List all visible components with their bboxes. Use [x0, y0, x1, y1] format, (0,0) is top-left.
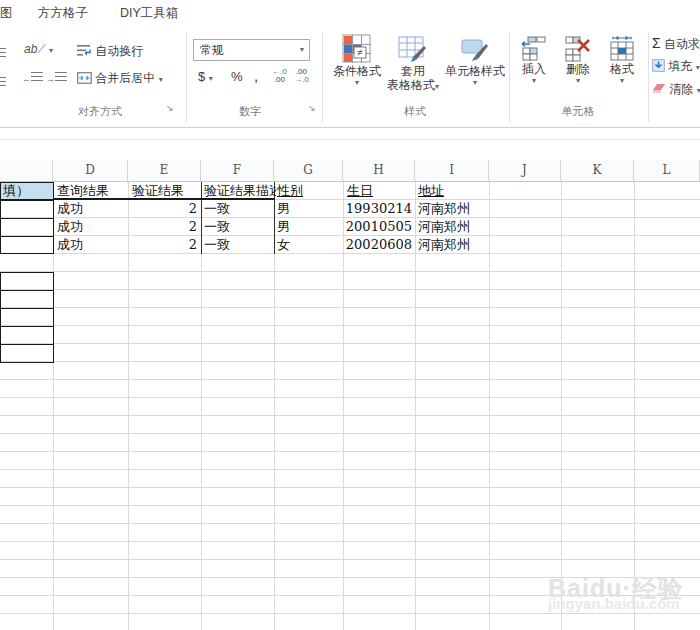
cell-G4[interactable]: 女: [274, 236, 343, 254]
comma-format-button[interactable]: ,: [254, 67, 258, 84]
cell-D2[interactable]: 成功: [53, 200, 128, 218]
decrease-indent-button[interactable]: ←: [22, 71, 43, 85]
fill-label: 填充: [668, 59, 692, 73]
group-separator: [648, 32, 649, 122]
increase-decimal-button[interactable]: ←.0 .00: [272, 68, 287, 84]
cell-G3[interactable]: 男: [274, 218, 343, 236]
cells-group-label: 单元格: [518, 104, 638, 118]
column-header-H[interactable]: H: [343, 160, 415, 181]
increase-indent-button[interactable]: →: [46, 71, 67, 85]
tab-fangfanggezi[interactable]: 方方格子: [38, 0, 88, 26]
cell-H1[interactable]: 生日: [343, 182, 419, 200]
decrease-decimal-button[interactable]: .00 →.0: [294, 68, 309, 84]
delete-cells-button[interactable]: 删除 ▾: [556, 32, 600, 102]
conditional-formatting-button[interactable]: ≠ 条件格式 ▾: [328, 32, 386, 102]
cell-I3[interactable]: 河南郑州: [415, 218, 489, 236]
cell-I1[interactable]: 地址: [415, 182, 492, 200]
cell-F4[interactable]: 一致: [202, 236, 275, 254]
clear-button[interactable]: 清除 ▾: [652, 81, 700, 98]
cell-styles-button[interactable]: 单元格样式 ▾: [444, 32, 506, 102]
cell-F3[interactable]: 一致: [202, 218, 275, 236]
fill-icon: [652, 59, 665, 72]
cell-H4[interactable]: 20020608: [343, 236, 412, 254]
cell-G2[interactable]: 男: [274, 200, 343, 218]
format-cells-icon: [609, 36, 635, 62]
cell-styles-icon: [460, 34, 490, 64]
chevron-down-icon: ▾: [600, 76, 644, 85]
cell-D4[interactable]: 成功: [53, 236, 128, 254]
cell-border: [0, 218, 53, 219]
clear-label: 清除: [669, 82, 693, 96]
sheet-grid[interactable]: 填） 查询结果 验证结果 验证结果描述 性别 生日 地址 成功 2 一致 男 1…: [0, 182, 700, 630]
cell-C1-highlighted[interactable]: 填）: [0, 182, 54, 200]
tab-view-clipped[interactable]: 图: [0, 0, 13, 26]
alignment-dialog-launcher-icon[interactable]: ↘: [166, 103, 174, 113]
delete-label: 删除: [556, 62, 600, 76]
number-dialog-launcher-icon[interactable]: ↘: [308, 103, 316, 113]
currency-format-button[interactable]: $ ▾: [198, 69, 213, 84]
delete-cells-icon: [565, 36, 591, 62]
tab-diy-toolbox[interactable]: DIY工具箱: [120, 0, 178, 26]
cell-E2[interactable]: 2: [128, 200, 197, 218]
merge-center-button[interactable]: 合并后居中 ▾: [77, 70, 163, 87]
cell-border: [0, 236, 53, 237]
cell-D3[interactable]: 成功: [53, 218, 128, 236]
gridline: [561, 182, 562, 630]
conditional-formatting-label: 条件格式: [328, 64, 386, 78]
ribbon: ab⟋ ▾ ← → 自动换行 合并后居中: [0, 27, 700, 128]
chevron-down-icon: ▾: [556, 76, 600, 85]
chevron-down-icon: ▾: [444, 78, 506, 87]
column-header-D[interactable]: D: [53, 160, 128, 181]
cell-F2[interactable]: 一致: [202, 200, 275, 218]
column-header-E[interactable]: E: [128, 160, 201, 181]
wrap-text-icon: [77, 44, 92, 57]
cell-G1[interactable]: 性别: [274, 182, 346, 200]
cell-E1[interactable]: 验证结果: [128, 182, 205, 200]
chevron-down-icon: ▾: [512, 76, 556, 85]
cell-D1[interactable]: 查询结果: [53, 182, 132, 200]
format-cells-button[interactable]: 格式 ▾: [600, 32, 644, 102]
align-left-icon[interactable]: [0, 44, 6, 62]
insert-label: 插入: [512, 62, 556, 76]
orientation-icon: ab: [24, 42, 37, 56]
percent-format-button[interactable]: %: [231, 69, 243, 84]
indent-left-icon: ←: [22, 74, 31, 84]
orientation-button[interactable]: ab⟋ ▾: [24, 42, 53, 56]
column-header-G[interactable]: G: [274, 160, 343, 181]
cell-E4[interactable]: 2: [128, 236, 197, 254]
column-header-L[interactable]: L: [634, 160, 700, 181]
column-header-I[interactable]: I: [415, 160, 489, 181]
merge-center-label: 合并后居中: [95, 71, 155, 85]
currency-icon: $: [198, 69, 205, 84]
format-as-table-button[interactable]: 套用 表格格式▾: [384, 32, 442, 102]
insert-cells-button[interactable]: 插入 ▾: [512, 32, 556, 102]
cell-I2[interactable]: 河南郑州: [415, 200, 489, 218]
chevron-down-icon: ▾: [435, 82, 439, 91]
column-header-J[interactable]: J: [489, 160, 561, 181]
cell-border: [0, 290, 53, 291]
insert-cells-icon: [521, 36, 547, 62]
gridline: [489, 182, 490, 630]
column-header-K[interactable]: K: [561, 160, 634, 181]
cell-H2[interactable]: 19930214: [343, 200, 412, 218]
cell-border: [0, 326, 53, 327]
chevron-down-icon: ▾: [209, 74, 213, 83]
column-header-F[interactable]: F: [201, 160, 274, 181]
cell-E3[interactable]: 2: [128, 218, 197, 236]
number-group-label: 数字: [190, 104, 310, 118]
chevron-down-icon: ▾: [159, 75, 163, 84]
align-bottom-icon[interactable]: [0, 73, 6, 91]
column-header-c-partial[interactable]: [0, 160, 53, 181]
chevron-down-icon: ▾: [49, 46, 53, 55]
number-format-value: 常规: [194, 43, 224, 57]
cell-border: [0, 344, 53, 345]
number-format-select[interactable]: 常规 ▾: [193, 39, 310, 61]
autosum-button[interactable]: Σ 自动求和: [652, 35, 700, 53]
alignment-group-label: 对齐方式: [40, 104, 160, 118]
cell-I4[interactable]: 河南郑州: [415, 236, 489, 254]
cell-H3[interactable]: 20010505: [343, 218, 412, 236]
fill-button[interactable]: 填充 ▾: [652, 58, 700, 75]
svg-text:≠: ≠: [357, 47, 363, 58]
cell-F1[interactable]: 验证结果描述: [202, 182, 276, 200]
wrap-text-button[interactable]: 自动换行: [77, 43, 143, 60]
